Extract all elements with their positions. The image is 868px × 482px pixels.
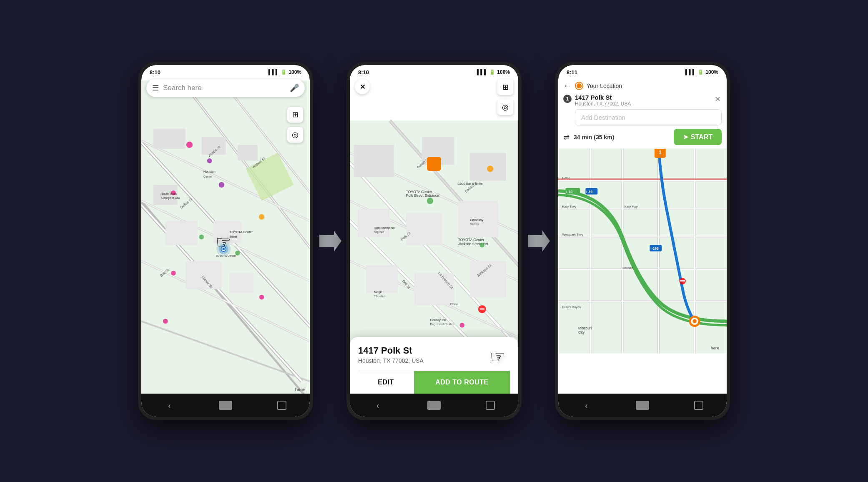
svg-point-93 <box>460 323 465 328</box>
svg-text:Root Memorial: Root Memorial <box>374 226 395 230</box>
svg-text:here: here <box>711 346 720 350</box>
place-address: Houston, TX 77002, USA <box>358 357 510 364</box>
back-arrow-button[interactable]: ← <box>563 81 572 90</box>
back-btn-3[interactable]: ‹ <box>578 399 595 411</box>
time-1: 8:10 <box>150 69 161 75</box>
svg-rect-74 <box>414 273 454 305</box>
forward-arrow-2 <box>526 228 551 254</box>
destination-row: 1 1417 Polk St Houston, TX 77002, USA ✕ <box>563 94 722 107</box>
edit-button[interactable]: EDIT <box>358 371 414 394</box>
forward-arrow-1 <box>317 228 342 254</box>
svg-text:China: China <box>450 302 459 306</box>
recents-btn-1[interactable] <box>273 399 290 411</box>
battery-icon-3: 🔋 <box>697 69 704 75</box>
svg-text:Bray's Bayou: Bray's Bayou <box>562 305 581 309</box>
svg-text:Bellaire: Bellaire <box>622 266 633 270</box>
search-bar[interactable]: ☰ Search here 🎤 <box>146 79 305 97</box>
map-svg-1: Walker St Austin St Dallas St Bell St La… <box>141 65 310 417</box>
dest-address: Houston, TX 77002, USA <box>575 101 710 107</box>
layers-button-2[interactable]: ⊞ <box>497 79 513 95</box>
svg-text:Missouri: Missouri <box>578 326 592 330</box>
svg-point-31 <box>199 235 204 240</box>
svg-rect-95 <box>480 309 485 310</box>
svg-rect-67 <box>354 145 394 177</box>
svg-text:Houston: Houston <box>203 170 216 173</box>
your-location-label: Your Location <box>587 83 722 89</box>
battery-icon: 🔋 <box>281 69 287 75</box>
svg-text:Express & Suites: Express & Suites <box>430 322 454 326</box>
recents-btn-2[interactable] <box>482 399 499 411</box>
svg-rect-18 <box>153 129 186 149</box>
search-placeholder[interactable]: Search here <box>163 84 286 92</box>
close-button-2[interactable]: ✕ <box>355 79 370 94</box>
location-button-2[interactable]: ◎ <box>497 99 513 115</box>
route-settings-icon[interactable]: ⇌ <box>563 133 569 142</box>
svg-text:Street: Street <box>230 235 237 238</box>
battery-icon-2: 🔋 <box>489 69 495 75</box>
time-2: 8:10 <box>358 69 369 75</box>
svg-rect-130 <box>680 280 685 281</box>
status-bar-1: 8:10 ▌▌▌ 🔋 100% <box>141 65 310 78</box>
svg-point-32 <box>235 251 240 256</box>
battery-pct-1: 100% <box>288 69 301 75</box>
map-area-1: Walker St Austin St Dallas St Bell St La… <box>141 65 310 417</box>
svg-text:Holiday Inn: Holiday Inn <box>430 318 446 322</box>
add-destination-field[interactable]: Add Destination <box>575 109 722 126</box>
svg-text:Magic: Magic <box>374 290 383 294</box>
svg-point-34 <box>259 295 264 300</box>
svg-rect-73 <box>366 265 398 293</box>
home-btn-1[interactable] <box>217 399 234 411</box>
home-btn-3[interactable] <box>634 399 651 411</box>
place-name: 1417 Polk St <box>358 345 510 356</box>
svg-text:I-298: I-298 <box>650 246 659 251</box>
svg-text:TOYOTA Center-: TOYOTA Center- <box>458 238 486 242</box>
menu-icon: ☰ <box>152 83 159 93</box>
route-header: ← Your Location 1 1417 Polk St Houston, … <box>558 78 727 149</box>
route-time: 34 min (35 km) <box>574 134 614 141</box>
start-button[interactable]: ➤ START <box>674 129 722 145</box>
arrow-2 <box>522 228 555 254</box>
svg-text:I-290: I-290 <box>562 176 570 180</box>
svg-point-126 <box>692 319 697 324</box>
arrow-1 <box>313 228 346 254</box>
phone-3: 8:11 ▌▌▌ 🔋 100% ← Your Location 1 <box>555 62 730 420</box>
status-icons-1: ▌▌▌ 🔋 100% <box>268 69 301 75</box>
signal-icon-2: ▌▌▌ <box>477 69 488 75</box>
svg-text:TOYOTA Center-: TOYOTA Center- <box>406 190 434 194</box>
location-button-1[interactable]: ◎ <box>287 127 303 143</box>
dest-info: 1417 Polk St Houston, TX 77002, USA <box>575 94 710 107</box>
route-meta-bar: ⇌ 34 min (35 km) ➤ START <box>563 129 722 145</box>
svg-text:City: City <box>578 330 585 334</box>
back-btn-1[interactable]: ‹ <box>161 399 178 411</box>
home-btn-2[interactable] <box>426 399 442 411</box>
svg-text:Square: Square <box>374 230 384 234</box>
recents-btn-3[interactable] <box>690 399 707 411</box>
time-3: 8:11 <box>567 69 577 75</box>
svg-text:Polk Street Entrance: Polk Street Entrance <box>406 193 439 198</box>
status-icons-3: ▌▌▌ 🔋 100% <box>685 69 718 75</box>
dest-name: 1417 Polk St <box>575 94 710 101</box>
svg-text:Suites: Suites <box>470 222 479 226</box>
svg-text:Katy Tlwy: Katy Tlwy <box>562 205 576 208</box>
status-icons-2: ▌▌▌ 🔋 100% <box>477 69 510 75</box>
svg-point-30 <box>259 214 264 220</box>
svg-text:TOYOTA Center: TOYOTA Center <box>216 254 236 257</box>
battery-pct-2: 100% <box>497 69 510 75</box>
svg-marker-102 <box>528 231 550 251</box>
dest-close-button[interactable]: ✕ <box>714 94 722 105</box>
back-btn-2[interactable]: ‹ <box>369 399 386 411</box>
svg-text:Center: Center <box>203 175 212 178</box>
mic-icon[interactable]: 🎤 <box>290 83 299 93</box>
battery-pct-3: 100% <box>705 69 718 75</box>
svg-point-90 <box>487 166 493 172</box>
navigation-icon: ➤ <box>683 133 688 141</box>
bottom-nav-2: ‹ <box>350 394 518 417</box>
search-bar-container[interactable]: ☰ Search here 🎤 <box>146 79 305 97</box>
place-actions: EDIT ADD TO ROUTE <box>358 371 510 394</box>
dest-number: 1 <box>563 95 572 103</box>
svg-text:TOYOTA Center: TOYOTA Center <box>230 230 253 234</box>
svg-text:1: 1 <box>659 149 662 156</box>
add-to-route-button[interactable]: ADD TO ROUTE <box>414 371 510 394</box>
bottom-nav-3: ‹ <box>558 394 727 417</box>
layers-button-1[interactable]: ⊞ <box>287 107 303 123</box>
